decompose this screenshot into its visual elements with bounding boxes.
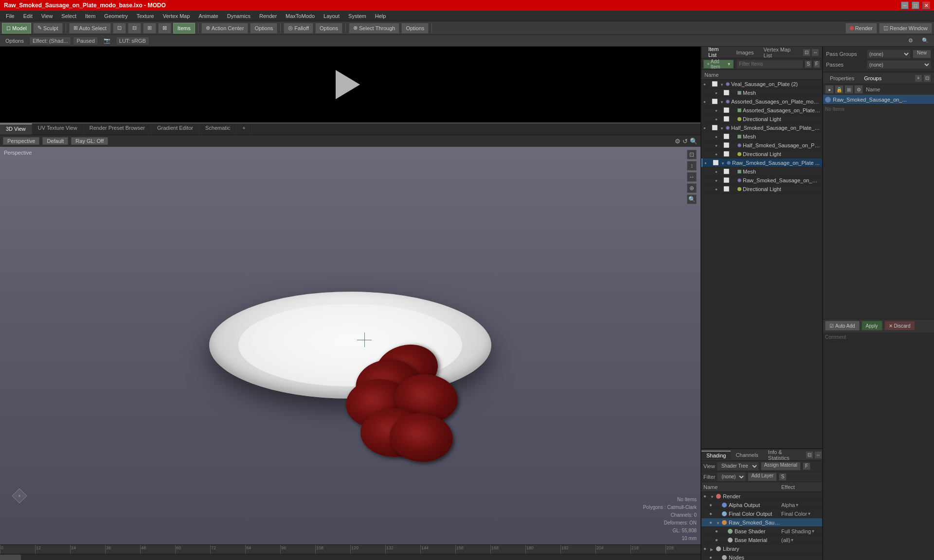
- eye-icon-m2[interactable]: [715, 107, 722, 113]
- viewport-settings-icon[interactable]: ⚙: [675, 138, 681, 145]
- menu-texture[interactable]: Texture: [133, 12, 158, 20]
- mesh-item-5[interactable]: ⬜ Mesh: [701, 167, 822, 176]
- expand-icon-3[interactable]: [720, 125, 726, 131]
- menu-view[interactable]: View: [37, 12, 57, 20]
- add-layer-button[interactable]: Add Layer: [748, 472, 777, 481]
- menu-system[interactable]: System: [344, 12, 370, 20]
- model-button[interactable]: ◻ Model: [2, 23, 31, 34]
- tab-uv-texture[interactable]: UV Texture View: [32, 123, 84, 135]
- item-list-icon-2[interactable]: ↔: [811, 49, 819, 56]
- new-pass-group-button[interactable]: New: [913, 50, 931, 58]
- mesh-item-2[interactable]: ⬜ Assorted_Sausages_on_Plate (2): [701, 106, 822, 115]
- shading-f-icon[interactable]: F: [803, 462, 810, 470]
- side-ctrl-1[interactable]: ⊡: [687, 150, 697, 159]
- toolbar-icon-btn-1[interactable]: ⊡: [113, 23, 126, 34]
- shader-library[interactable]: ● Library: [701, 544, 822, 553]
- shading-icon-1[interactable]: ⊡: [806, 451, 813, 459]
- menu-render[interactable]: Render: [255, 12, 281, 20]
- tab-shading[interactable]: Shading: [701, 451, 731, 459]
- shader-eye-3[interactable]: ●: [709, 511, 716, 516]
- render-button[interactable]: Render: [845, 23, 877, 34]
- side-ctrl-2[interactable]: ↕: [687, 161, 697, 171]
- menu-dynamics[interactable]: Dynamics: [223, 12, 254, 20]
- assign-material-button[interactable]: Assign Material: [761, 462, 801, 471]
- viewport-refresh-icon[interactable]: ↺: [683, 138, 688, 145]
- minimize-button[interactable]: ─: [901, 1, 909, 9]
- eye-icon-m1[interactable]: [715, 90, 722, 95]
- tab-images[interactable]: Images: [733, 49, 758, 56]
- toolbar-icon-btn-4[interactable]: ⊠: [158, 23, 171, 34]
- eye-icon-m5[interactable]: [715, 169, 722, 174]
- action-center-button[interactable]: ⊕ Action Center: [201, 23, 249, 34]
- eye-icon-l1[interactable]: [715, 116, 722, 122]
- lut-item[interactable]: LUT: sRGB: [116, 36, 149, 45]
- effect-item[interactable]: Effect: (Shad...: [29, 36, 72, 45]
- preview-viewport[interactable]: [0, 47, 700, 123]
- expand-icon-1[interactable]: [720, 81, 726, 87]
- shading-s-icon[interactable]: S: [779, 473, 787, 481]
- side-ctrl-5[interactable]: 🔍: [687, 194, 697, 204]
- maximize-button[interactable]: □: [912, 1, 919, 9]
- perspective-btn[interactable]: Perspective: [3, 137, 39, 145]
- shader-nodes[interactable]: ● Nodes: [701, 553, 822, 560]
- scene-group-2[interactable]: ⬜ Assorted_Sausages_on_Plate_modo_ba...: [701, 97, 822, 106]
- shader-expand-7[interactable]: [710, 546, 716, 552]
- paused-item[interactable]: Paused: [73, 36, 98, 45]
- shader-base-shader[interactable]: ● Base Shader Full Shading ▾: [701, 527, 822, 536]
- options-button-2[interactable]: Options: [315, 23, 342, 34]
- tab-3d-view[interactable]: 3D View: [0, 123, 32, 135]
- shader-eye-4[interactable]: ●: [709, 520, 716, 525]
- menu-animate[interactable]: Animate: [195, 12, 222, 20]
- viewport-search-icon[interactable]: 🔍: [690, 138, 698, 145]
- shader-list[interactable]: ● Render ● Alpha Output Alpha ▾ ●: [701, 492, 822, 560]
- scene-group-4[interactable]: ⬜ Raw_Smoked_Sausage_on_Plate ...: [701, 158, 822, 167]
- tab-item-list[interactable]: Item List: [704, 47, 731, 60]
- expand-icon-2[interactable]: [720, 99, 726, 105]
- shader-eye-2[interactable]: ●: [709, 502, 716, 508]
- side-ctrl-3[interactable]: ↔: [687, 172, 697, 182]
- items-button[interactable]: Items: [173, 23, 195, 34]
- shader-eye-6[interactable]: ●: [715, 537, 722, 542]
- tab-render-preset[interactable]: Render Preset Browser: [84, 123, 151, 135]
- tab-gradient-editor[interactable]: Gradient Editor: [151, 123, 199, 135]
- shader-eye-1[interactable]: ●: [703, 493, 710, 499]
- options-button-1[interactable]: Options: [250, 23, 277, 34]
- eye-icon-3[interactable]: [703, 125, 710, 130]
- title-bar-right[interactable]: ─ □ ✕: [901, 1, 930, 9]
- shader-base-material[interactable]: ● Base Material (all) ▾: [701, 536, 822, 544]
- auto-add-checkbox[interactable]: ☑: [829, 323, 834, 329]
- side-ctrl-4[interactable]: ⊕: [687, 183, 697, 193]
- eye-icon-1[interactable]: [703, 81, 710, 87]
- groups-list[interactable]: Raw_Smoked_Sausage_on_... No Items: [823, 95, 934, 319]
- ray-gl-btn[interactable]: Ray GL: Off: [71, 137, 108, 145]
- eye-icon-2[interactable]: [703, 99, 710, 104]
- close-button[interactable]: ✕: [922, 1, 930, 9]
- tab-properties[interactable]: Properties: [826, 74, 858, 82]
- final-dropdown-icon[interactable]: ▾: [808, 511, 810, 516]
- light-item-2[interactable]: ⬜ Directional Light: [701, 150, 822, 158]
- auto-select-button[interactable]: ⊞ Auto Select: [69, 23, 111, 34]
- alpha-dropdown-icon[interactable]: ▾: [796, 502, 798, 508]
- groups-icon-2[interactable]: ⊡: [923, 74, 931, 82]
- tab-vertex-map-list[interactable]: Vertex Map List: [760, 47, 801, 59]
- scene-group-3[interactable]: ⬜ Half_Smoked_Sausage_on_Plate_modo_...: [701, 123, 822, 132]
- menu-vertex-map[interactable]: Vertex Map: [159, 12, 194, 20]
- mesh-item-3[interactable]: ⬜ Mesh: [701, 132, 822, 141]
- menu-layout[interactable]: Layout: [320, 12, 343, 20]
- base-material-dropdown-icon[interactable]: ▾: [791, 537, 793, 542]
- scene-group-1[interactable]: ⬜ Veal_Sausage_on_Plate (2): [701, 80, 822, 88]
- groups-icon-1[interactable]: +: [915, 74, 922, 82]
- select-through-button[interactable]: ⊗ Select Through: [349, 23, 399, 34]
- default-btn[interactable]: Default: [42, 137, 68, 145]
- add-item-button[interactable]: + Add Item ▾: [703, 60, 734, 69]
- menu-geometry[interactable]: Geometry: [100, 12, 131, 20]
- toolbar-icon-btn-2[interactable]: ⊟: [128, 23, 141, 34]
- menu-edit[interactable]: Edit: [19, 12, 36, 20]
- apply-button[interactable]: Apply: [862, 321, 882, 331]
- menu-select[interactable]: Select: [57, 12, 80, 20]
- options-button-3[interactable]: Options: [401, 23, 429, 34]
- menu-file[interactable]: File: [2, 12, 18, 20]
- light-item-3[interactable]: ⬜ Directional Light: [701, 185, 822, 193]
- falloff-button[interactable]: ◎ Falloff: [284, 23, 313, 34]
- eye-icon-4[interactable]: [704, 160, 711, 165]
